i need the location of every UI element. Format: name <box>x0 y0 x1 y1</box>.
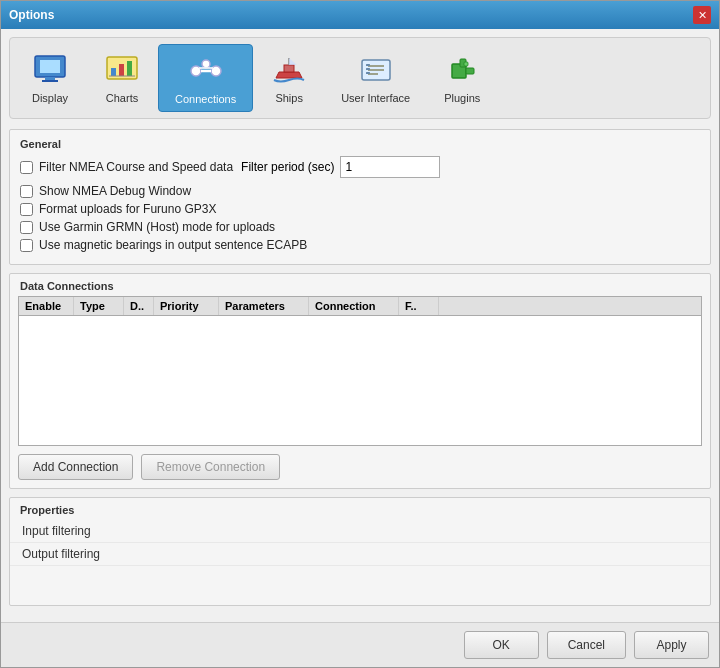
show-nmea-debug-checkbox[interactable] <box>20 185 33 198</box>
use-magnetic-row: Use magnetic bearings in output sentence… <box>20 238 700 252</box>
col-header-f: F.. <box>399 297 439 315</box>
user-interface-icon <box>356 50 396 90</box>
tab-ships[interactable]: Ships <box>253 44 325 112</box>
use-garmin-checkbox[interactable] <box>20 221 33 234</box>
cancel-button[interactable]: Cancel <box>547 631 626 659</box>
format-uploads-label: Format uploads for Furuno GP3X <box>39 202 216 216</box>
properties-title: Properties <box>10 498 710 520</box>
svg-rect-6 <box>119 64 124 76</box>
use-garmin-label: Use Garmin GRMN (Host) mode for uploads <box>39 220 275 234</box>
svg-rect-5 <box>111 68 116 76</box>
svg-rect-24 <box>366 64 370 66</box>
use-magnetic-checkbox[interactable] <box>20 239 33 252</box>
tab-connections-label: Connections <box>175 93 236 105</box>
input-filtering-label: Input filtering <box>22 524 91 538</box>
properties-section: Properties Input filtering Output filter… <box>9 497 711 606</box>
table-header: Enable Type D.. Priority Parameters Conn… <box>19 297 701 316</box>
connections-icon <box>186 51 226 91</box>
col-header-enable: Enable <box>19 297 74 315</box>
tab-plugins[interactable]: Plugins <box>426 44 498 112</box>
ships-icon <box>269 50 309 90</box>
apply-button[interactable]: Apply <box>634 631 709 659</box>
format-uploads-checkbox[interactable] <box>20 203 33 216</box>
filter-nmea-label: Filter NMEA Course and Speed data <box>39 160 233 174</box>
tab-display-label: Display <box>32 92 68 104</box>
tab-user-interface[interactable]: User Interface <box>325 44 426 112</box>
options-window: Options ✕ Display <box>0 0 720 668</box>
connections-table[interactable]: Enable Type D.. Priority Parameters Conn… <box>18 296 702 446</box>
col-header-type: Type <box>74 297 124 315</box>
show-nmea-debug-row: Show NMEA Debug Window <box>20 184 700 198</box>
remove-connection-button[interactable]: Remove Connection <box>141 454 280 480</box>
tab-charts[interactable]: Charts <box>86 44 158 112</box>
output-filtering-label: Output filtering <box>22 547 100 561</box>
window-title: Options <box>9 8 54 22</box>
plugins-icon <box>442 50 482 90</box>
svg-marker-16 <box>276 72 302 78</box>
svg-rect-3 <box>42 80 58 82</box>
filter-period-input[interactable] <box>340 156 440 178</box>
data-connections-title: Data Connections <box>10 274 710 296</box>
svg-rect-2 <box>45 77 55 80</box>
filter-period-label: Filter period (sec) <box>241 160 334 174</box>
close-button[interactable]: ✕ <box>693 6 711 24</box>
footer: OK Cancel Apply <box>1 622 719 667</box>
add-connection-button[interactable]: Add Connection <box>18 454 133 480</box>
tab-ships-label: Ships <box>275 92 303 104</box>
filter-nmea-checkbox[interactable] <box>20 161 33 174</box>
tab-charts-label: Charts <box>106 92 138 104</box>
col-header-priority: Priority <box>154 297 219 315</box>
svg-marker-19 <box>289 58 297 65</box>
title-bar: Options ✕ <box>1 1 719 29</box>
tab-ui-label: User Interface <box>341 92 410 104</box>
svg-rect-30 <box>464 62 468 66</box>
use-magnetic-label: Use magnetic bearings in output sentence… <box>39 238 307 252</box>
ok-button[interactable]: OK <box>464 631 539 659</box>
svg-rect-1 <box>40 60 60 73</box>
svg-point-12 <box>202 60 210 68</box>
show-nmea-debug-label: Show NMEA Debug Window <box>39 184 191 198</box>
output-filtering-row: Output filtering <box>10 543 710 566</box>
svg-rect-29 <box>466 68 474 74</box>
svg-rect-17 <box>284 65 294 72</box>
general-section: General Filter NMEA Course and Speed dat… <box>9 129 711 265</box>
use-garmin-row: Use Garmin GRMN (Host) mode for uploads <box>20 220 700 234</box>
content-area: Display Charts <box>1 29 719 622</box>
svg-rect-26 <box>366 72 370 74</box>
tab-connections[interactable]: Connections <box>158 44 253 112</box>
svg-rect-7 <box>127 61 132 76</box>
col-header-d: D.. <box>124 297 154 315</box>
filter-nmea-row: Filter NMEA Course and Speed data Filter… <box>20 156 700 178</box>
tab-display[interactable]: Display <box>14 44 86 112</box>
data-connections-section: Data Connections Enable Type D.. Priorit… <box>9 273 711 489</box>
svg-rect-25 <box>366 68 370 70</box>
format-uploads-row: Format uploads for Furuno GP3X <box>20 202 700 216</box>
col-header-parameters: Parameters <box>219 297 309 315</box>
general-title: General <box>20 138 700 150</box>
tab-plugins-label: Plugins <box>444 92 480 104</box>
charts-icon <box>102 50 142 90</box>
display-icon <box>30 50 70 90</box>
connections-buttons: Add Connection Remove Connection <box>10 454 710 488</box>
filter-period-group: Filter period (sec) <box>241 156 440 178</box>
toolbar: Display Charts <box>9 37 711 119</box>
col-header-connection: Connection <box>309 297 399 315</box>
input-filtering-row: Input filtering <box>10 520 710 543</box>
